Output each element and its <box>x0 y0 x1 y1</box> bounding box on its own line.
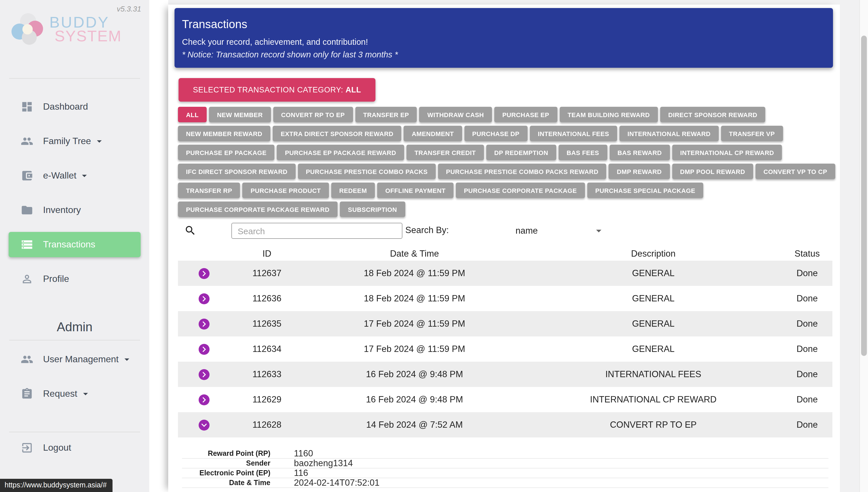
sidebar-item-inventory[interactable]: Inventory <box>0 193 149 227</box>
filter-extra-direct-sponsor-reward[interactable]: EXTRA DIRECT SPONSOR REWARD <box>273 126 402 141</box>
cell-id: 112636 <box>230 293 304 304</box>
filter-transfer-rp[interactable]: TRANSFER RP <box>178 182 240 198</box>
filter-purchase-corporate-package[interactable]: PURCHASE CORPORATE PACKAGE <box>456 182 585 198</box>
filter-purchase-ep[interactable]: PURCHASE EP <box>494 107 557 122</box>
filter-transfer-ep[interactable]: TRANSFER EP <box>355 107 417 122</box>
cell-description: CONVERT RP TO EP <box>525 420 782 430</box>
sidebar-divider <box>9 340 140 340</box>
sidebar-item-family-tree[interactable]: Family Tree <box>0 124 149 158</box>
detail-value: 1160 <box>294 448 313 459</box>
filter-dp-redemption[interactable]: DP REDEMPTION <box>486 145 556 160</box>
filter-purchase-corporate-package-reward[interactable]: PURCHASE CORPORATE PACKAGE REWARD <box>178 201 338 217</box>
expand-cell <box>178 344 230 354</box>
cell-description: INTERNATIONAL CP REWARD <box>525 394 782 405</box>
filter-convert-vp-to-cp[interactable]: CONVERT VP TO CP <box>755 164 835 179</box>
filter-dmp-pool-reward[interactable]: DMP POOL REWARD <box>672 164 753 179</box>
sidebar-divider <box>9 432 140 432</box>
filter-new-member[interactable]: NEW MEMBER <box>209 107 271 122</box>
expand-cell <box>178 394 230 405</box>
sidebar-item-dashboard[interactable]: Dashboard <box>0 90 149 124</box>
filter-team-building-reward[interactable]: TEAM BUILDING REWARD <box>560 107 658 122</box>
filter-ifc-direct-sponsor-reward[interactable]: IFC DIRECT SPONSOR REWARD <box>178 164 295 179</box>
column-header-datetime: Date & Time <box>304 249 525 259</box>
filter-international-cp-reward[interactable]: INTERNATIONAL CP REWARD <box>672 145 782 160</box>
cell-datetime: 18 Feb 2024 @ 11:59 PM <box>304 293 525 304</box>
sidebar-item-user-management[interactable]: User Management <box>0 342 149 377</box>
selected-category-button[interactable]: SELECTED TRANSACTION CATEGORY: ALL <box>178 78 375 102</box>
sidebar-item-logout[interactable]: Logout <box>0 434 149 462</box>
detail-label: Date & Time <box>182 479 270 487</box>
expand-row-button[interactable] <box>198 318 209 329</box>
search-input[interactable] <box>231 223 402 239</box>
filter-purchase-dp[interactable]: PURCHASE DP <box>464 126 527 141</box>
detail-label: Reward Point (RP) <box>182 449 270 458</box>
request-icon <box>21 388 33 400</box>
filter-international-reward[interactable]: INTERNATIONAL REWARD <box>619 126 719 141</box>
cell-id: 112633 <box>230 369 304 379</box>
sidebar-item-label: Profile <box>43 274 69 284</box>
filter-bas-reward[interactable]: BAS REWARD <box>610 145 670 160</box>
filter-offline-payment[interactable]: OFFLINE PAYMENT <box>377 182 453 198</box>
detail-row: Date & Time 2024-02-14T07:52:01 <box>182 478 828 488</box>
filter-purchase-special-package[interactable]: PURCHASE SPECIAL PACKAGE <box>587 182 703 198</box>
filter-all[interactable]: ALL <box>178 107 207 122</box>
filter-purchase-ep-package-reward[interactable]: PURCHASE EP PACKAGE REWARD <box>277 145 404 160</box>
cell-status: Done <box>782 293 833 304</box>
filter-dmp-reward[interactable]: DMP REWARD <box>609 164 670 179</box>
table-row: 112628 14 Feb 2024 @ 7:52 AM CONVERT RP … <box>178 412 833 438</box>
admin-section-heading: Admin <box>0 317 149 338</box>
filter-purchase-prestige-combo-packs[interactable]: PURCHASE PRESTIGE COMBO PACKS <box>298 164 436 179</box>
expand-cell <box>178 369 230 380</box>
sidebar-nav-main: DashboardFamily Treee-WalletInventoryTra… <box>0 90 149 296</box>
filter-purchase-prestige-combo-packs-reward[interactable]: PURCHASE PRESTIGE COMBO PACKS REWARD <box>438 164 606 179</box>
inventory-icon <box>21 204 33 217</box>
filter-subscription[interactable]: SUBSCRIPTION <box>340 201 405 217</box>
sidebar-item-transactions[interactable]: Transactions <box>8 232 141 257</box>
sidebar-item-request[interactable]: Request <box>0 377 149 411</box>
sidebar-item-e-wallet[interactable]: e-Wallet <box>0 158 149 193</box>
sidebar-item-label: Inventory <box>43 205 81 215</box>
filter-transfer-vp[interactable]: TRANSFER VP <box>721 126 783 141</box>
detail-row: Sender baozheng1314 <box>182 459 828 468</box>
filter-purchase-product[interactable]: PURCHASE PRODUCT <box>243 182 329 198</box>
cell-datetime: 17 Feb 2024 @ 11:59 PM <box>304 344 525 354</box>
cell-status: Done <box>782 319 833 329</box>
table-header: ID Date & Time Description Status <box>178 248 833 260</box>
filter-withdraw-cash[interactable]: WITHDRAW CASH <box>419 107 492 122</box>
sidebar: v5.3.31 BUDDY SYSTEM DashboardFamily Tre… <box>0 0 149 492</box>
page-header-banner: Transactions Check your record, achievem… <box>175 8 833 68</box>
filter-international-fees[interactable]: INTERNATIONAL FEES <box>530 126 617 141</box>
filter-row: NEW MEMBER REWARDEXTRA DIRECT SPONSOR RE… <box>178 126 840 141</box>
filter-new-member-reward[interactable]: NEW MEMBER REWARD <box>178 126 270 141</box>
table-row: 112634 17 Feb 2024 @ 11:59 PM GENERAL Do… <box>178 337 833 362</box>
scrollbar-thumb[interactable] <box>861 35 867 356</box>
column-header-status: Status <box>782 249 833 259</box>
scrollbar-track[interactable] <box>860 0 868 492</box>
filter-row: ALLNEW MEMBERCONVERT RP TO EPTRANSFER EP… <box>178 107 840 122</box>
search-icon[interactable] <box>184 224 196 237</box>
cell-id: 112629 <box>230 394 304 405</box>
expand-row-button[interactable] <box>198 344 209 354</box>
expand-row-button[interactable] <box>198 394 209 405</box>
filter-redeem[interactable]: REDEEM <box>331 182 375 198</box>
search-by-select[interactable]: name <box>505 223 610 239</box>
filter-amendment[interactable]: AMENDMENT <box>404 126 462 141</box>
logo-pinwheel-icon <box>11 13 45 46</box>
filter-row: PURCHASE EP PACKAGEPURCHASE EP PACKAGE R… <box>178 145 840 160</box>
profile-icon <box>21 273 33 285</box>
user-management-icon <box>21 353 33 366</box>
filter-purchase-ep-package[interactable]: PURCHASE EP PACKAGE <box>178 145 275 160</box>
expand-row-button[interactable] <box>198 293 209 304</box>
sidebar-item-profile[interactable]: Profile <box>0 262 149 296</box>
filter-convert-rp-to-ep[interactable]: CONVERT RP TO EP <box>273 107 353 122</box>
expand-cell <box>178 268 230 279</box>
filter-bas-fees[interactable]: BAS FEES <box>559 145 607 160</box>
filter-direct-sponsor-reward[interactable]: DIRECT SPONSOR REWARD <box>660 107 765 122</box>
expand-row-button[interactable] <box>198 268 209 279</box>
filter-transfer-credit[interactable]: TRANSFER CREDIT <box>406 145 484 160</box>
expand-cell <box>178 318 230 329</box>
detail-row: Reward Point (RP) 1160 <box>182 449 828 459</box>
collapse-row-button[interactable] <box>198 419 209 430</box>
expand-row-button[interactable] <box>198 369 209 380</box>
sidebar-item-label: e-Wallet <box>43 171 76 181</box>
